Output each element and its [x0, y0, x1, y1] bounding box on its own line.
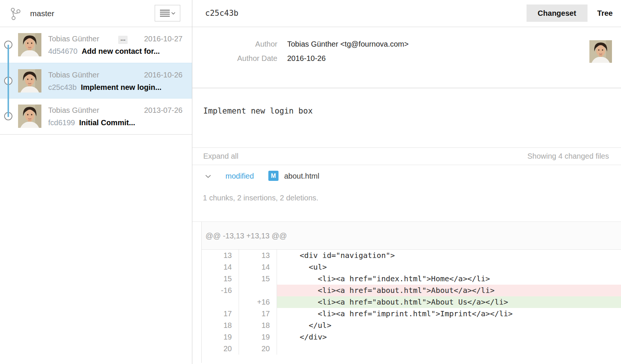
old-line-number: 19 [202, 331, 239, 343]
old-line-number: 18 [202, 320, 239, 331]
commit-message: Implement new login... [81, 83, 161, 91]
commit-message: Initial Commit... [79, 118, 135, 127]
tab-changeset[interactable]: Changeset [527, 5, 588, 22]
code-line: <li><a href="about.html">About Us</a></l… [277, 296, 621, 308]
author-avatar [589, 39, 612, 64]
old-line-number [202, 296, 239, 308]
commit-date: 2016-10-26 [144, 71, 183, 79]
new-line-number: 19 [239, 331, 277, 343]
old-line-number: 17 [202, 308, 239, 320]
diff-line-context: 15 15 <li><a href="index.html">Home</a><… [202, 273, 621, 285]
commit-history-sidebar: master Tobias Günther ... 2016-10-27 [0, 0, 192, 364]
graph-edge [8, 45, 9, 117]
file-diff-stats: 1 chunks, 2 insertions, 2 deletions. [203, 194, 318, 202]
commit-hash: 4d54670 [48, 47, 78, 55]
branch-header: master [0, 0, 192, 27]
commit-summary: 4d54670Add new contact for... [48, 47, 160, 56]
diff-viewer: @@ -13,13 +13,13 @@ 13 13 <div id="navig… [201, 222, 621, 363]
diff-line-context: 20 20 [202, 343, 621, 355]
new-line-number: 13 [239, 250, 277, 261]
old-line-number: 15 [202, 273, 239, 285]
file-status-label[interactable]: modified [225, 172, 254, 180]
chevron-down-icon [171, 12, 175, 15]
new-line-number: 17 [239, 308, 277, 320]
old-line-number: 14 [202, 261, 239, 273]
code-line: <li><a href="imprint.html">Imprint</a></… [277, 308, 621, 320]
chunk-header: @@ -13,13 +13,13 @@ [202, 222, 621, 250]
new-line-number: 18 [239, 320, 277, 331]
diff-line-context: 19 19 </div> [202, 331, 621, 343]
detail-tabs: Changeset Tree [527, 5, 621, 22]
commit-hash: fcd6199 [48, 118, 75, 127]
commit-date: 2016-10-27 [144, 35, 183, 43]
commit-date: 2013-07-26 [144, 106, 183, 115]
author-value: Tobias Günther <tg@fournova.com> [287, 40, 409, 49]
tab-tree[interactable]: Tree [588, 5, 621, 22]
author-label: Author [192, 40, 277, 49]
commit-message: Add new contact for... [82, 47, 160, 55]
commit-summary: fcd6199Initial Commit... [48, 118, 135, 127]
commit-hash: c25c43b [48, 83, 77, 91]
avatar [18, 105, 41, 128]
list-options-icon [160, 9, 170, 17]
new-line-number: 20 [239, 343, 277, 355]
commit-list: Tobias Günther ... 2016-10-27 4d54670Add… [0, 27, 192, 135]
commit-row-4d54670[interactable]: Tobias Günther ... 2016-10-27 4d54670Add… [0, 27, 192, 63]
new-line-number: 14 [239, 261, 277, 273]
history-options-button[interactable] [155, 5, 180, 21]
changed-files-bar: Expand all Showing 4 changed files [192, 148, 621, 165]
code-line: <ul> [277, 261, 621, 273]
commit-author: Tobias Günther [48, 106, 99, 115]
detail-header: c25c43b Changeset Tree [192, 0, 621, 27]
code-line: <li><a href="about.html">About</a></li> [277, 285, 621, 296]
commit-list-divider [0, 134, 192, 135]
new-line-number [239, 285, 277, 296]
diff-line-context: 18 18 </ul> [202, 320, 621, 331]
code-line [277, 343, 621, 355]
file-name[interactable]: about.html [284, 172, 319, 180]
diff-line-context: 17 17 <li><a href="imprint.html">Imprint… [202, 308, 621, 320]
diff-line-added: +16 <li><a href="about.html">About Us</a… [202, 296, 621, 308]
collapse-chevron-icon[interactable] [205, 175, 211, 178]
modified-badge: M [268, 171, 279, 181]
commit-message-section: Implement new login box [192, 88, 621, 148]
diff-line-deleted: -16 <li><a href="about.html">About</a></… [202, 285, 621, 296]
commit-author: Tobias Günther [48, 71, 99, 79]
commit-meta-section: Author Tobias Günther <tg@fournova.com> … [192, 27, 621, 88]
expand-all-link[interactable]: Expand all [203, 152, 238, 161]
author-date-label: Author Date [192, 54, 277, 63]
new-line-number: 15 [239, 273, 277, 285]
avatar [18, 69, 41, 93]
code-line: <div id="navigation"> [277, 250, 621, 261]
avatar [18, 33, 41, 56]
commit-id-title: c25c43b [205, 0, 239, 27]
ellipsis-badge: ... [118, 36, 128, 44]
commit-author: Tobias Günther [48, 35, 99, 43]
code-line: <li><a href="index.html">Home</a></li> [277, 273, 621, 285]
chunk-range-label: @@ -13,13 +13,13 @@ [202, 222, 621, 240]
new-line-number: +16 [239, 296, 277, 308]
old-line-number: 13 [202, 250, 239, 261]
changed-files-count: Showing 4 changed files [527, 152, 609, 161]
commit-row-fcd6199[interactable]: Tobias Günther 2013-07-26 fcd6199Initial… [0, 99, 192, 134]
diff-line-context: 14 14 <ul> [202, 261, 621, 273]
old-line-number: -16 [202, 285, 239, 296]
old-line-number: 20 [202, 343, 239, 355]
current-branch-label: master [30, 0, 54, 27]
commit-message-full: Implement new login box [203, 106, 313, 115]
file-diff-header-section: modified M about.html 1 chunks, 2 insert… [192, 165, 621, 222]
branch-icon [10, 7, 21, 21]
diff-line-context: 13 13 <div id="navigation"> [202, 250, 621, 261]
commit-row-c25c43b-selected[interactable]: Tobias Günther 2016-10-26 c25c43bImpleme… [0, 63, 192, 99]
commit-summary: c25c43bImplement new login... [48, 83, 161, 92]
commit-detail-panel: c25c43b Changeset Tree Author Tobias Gün… [192, 0, 621, 364]
code-line: </div> [277, 331, 621, 343]
author-date-value: 2016-10-26 [287, 54, 326, 63]
code-line: </ul> [277, 320, 621, 331]
